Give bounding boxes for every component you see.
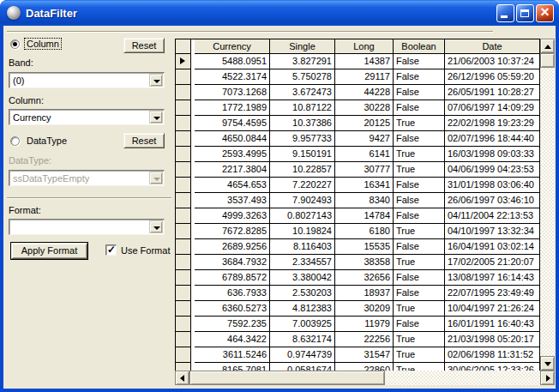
grid-cell[interactable]: 2689.9256 [195, 239, 270, 255]
grid-cell[interactable]: 10.37386 [270, 116, 335, 131]
column-header-long[interactable]: Long [335, 39, 394, 54]
grid-cell[interactable]: 8.116403 [270, 239, 335, 255]
grid-cell[interactable]: 4522.3174 [195, 69, 270, 85]
grid-cell[interactable]: 8340 [335, 193, 394, 208]
grid-cell[interactable]: 9754.4595 [195, 116, 270, 131]
grid-cell[interactable]: 3611.5246 [195, 347, 270, 363]
grid-cell[interactable]: False [394, 193, 445, 208]
grid-cell[interactable]: 21/06/2003 10:37:24 [445, 54, 540, 69]
row-selector[interactable] [175, 178, 191, 193]
grid-cell[interactable]: 10/04/1997 21:26:24 [445, 301, 540, 317]
datatype-radio[interactable]: DataType [10, 136, 69, 146]
scroll-up-button[interactable] [540, 39, 555, 53]
grid-cell[interactable]: 38358 [335, 255, 394, 270]
column-header-currency[interactable]: Currency [195, 39, 270, 54]
row-selector[interactable] [175, 255, 191, 270]
vertical-scrollbar[interactable] [540, 39, 555, 371]
grid-cell[interactable]: False [394, 286, 445, 301]
column-select[interactable]: Currency [9, 109, 165, 125]
datatype-reset-button[interactable]: Reset [123, 133, 165, 148]
row-selector[interactable] [175, 147, 191, 162]
grid-cell[interactable]: 4650.0844 [195, 131, 270, 147]
grid-cell[interactable]: 26/06/1997 03:46:10 [445, 193, 540, 208]
grid-cell[interactable]: 26/12/1996 05:59:20 [445, 69, 540, 85]
column-radio[interactable]: Column [10, 39, 61, 49]
chevron-down-icon[interactable] [149, 220, 163, 233]
grid-cell[interactable]: 0.0581674 [270, 363, 335, 371]
grid-cell[interactable]: 2217.3804 [195, 162, 270, 178]
row-selector[interactable] [175, 54, 191, 69]
grid-cell[interactable]: 7672.8285 [195, 224, 270, 239]
grid-cell[interactable]: 04/06/1999 04:23:53 [445, 162, 540, 178]
grid-cell[interactable]: 3.380042 [270, 270, 335, 286]
grid-cell[interactable]: 11979 [335, 317, 394, 332]
row-selector[interactable] [175, 224, 191, 239]
use-format-checkbox[interactable]: Use Format [105, 244, 170, 256]
titlebar[interactable]: DataFilter [0, 0, 559, 26]
row-selector[interactable] [175, 69, 191, 85]
grid-cell[interactable]: 15535 [335, 239, 394, 255]
grid-cell[interactable]: 04/10/1997 13:32:34 [445, 224, 540, 239]
grid-cell[interactable]: 04/11/2004 22:13:53 [445, 208, 540, 224]
row-selector[interactable] [175, 116, 191, 131]
grid-cell[interactable]: 5488.0951 [195, 54, 270, 69]
grid-cell[interactable]: 29117 [335, 69, 394, 85]
grid-cell[interactable]: 16/03/1998 09:03:33 [445, 147, 540, 162]
grid-cell[interactable]: 3684.7932 [195, 255, 270, 270]
grid-cell[interactable]: 2.530203 [270, 286, 335, 301]
grid-cell[interactable]: 14387 [335, 54, 394, 69]
grid-cell[interactable]: True [394, 301, 445, 317]
minimize-button[interactable] [496, 4, 514, 22]
grid-cell[interactable]: 22256 [335, 332, 394, 347]
grid-cell[interactable]: 4.812383 [270, 301, 335, 317]
row-selector[interactable] [175, 317, 191, 332]
horizontal-scroll-thumb[interactable] [189, 371, 385, 385]
grid-cell[interactable]: True [394, 332, 445, 347]
grid-cell[interactable]: 2593.4995 [195, 147, 270, 162]
grid-cell[interactable]: 32656 [335, 270, 394, 286]
grid-cell[interactable]: 8.632174 [270, 332, 335, 347]
row-selector[interactable] [175, 193, 191, 208]
grid-cell[interactable]: 22/07/1995 23:49:49 [445, 286, 540, 301]
grid-cell[interactable]: 9427 [335, 131, 394, 147]
grid-cell[interactable]: True [394, 255, 445, 270]
grid-cell[interactable]: 30/06/2005 12:33:26 [445, 363, 540, 371]
grid-cell[interactable]: 7.220227 [270, 178, 335, 193]
grid-cell[interactable]: 10.19824 [270, 224, 335, 239]
grid-cell[interactable]: 9.150191 [270, 147, 335, 162]
apply-format-button[interactable]: Apply Format [11, 243, 87, 259]
grid-cell[interactable]: 31/01/1998 03:06:40 [445, 178, 540, 193]
grid-cell[interactable]: False [394, 239, 445, 255]
grid-cell[interactable]: False [394, 100, 445, 116]
grid-cell[interactable]: False [394, 85, 445, 100]
row-selector[interactable] [175, 162, 191, 178]
grid-cell[interactable]: 16/04/1991 03:02:14 [445, 239, 540, 255]
row-selector[interactable] [175, 239, 191, 255]
grid-cell[interactable]: 16/01/1991 16:40:43 [445, 317, 540, 332]
grid-cell[interactable]: 5.750278 [270, 69, 335, 85]
grid-cell[interactable]: 4654.653 [195, 178, 270, 193]
grid-cell[interactable]: False [394, 270, 445, 286]
grid-cell[interactable]: 4999.3263 [195, 208, 270, 224]
grid-cell[interactable]: 636.7933 [195, 286, 270, 301]
grid-cell[interactable]: False [394, 178, 445, 193]
grid-cell[interactable]: 30228 [335, 100, 394, 116]
column-reset-button[interactable]: Reset [123, 38, 165, 53]
grid-cell[interactable]: False [394, 317, 445, 332]
grid-cell[interactable]: 9.957733 [270, 131, 335, 147]
row-selector[interactable] [175, 100, 191, 116]
grid-cell[interactable]: True [394, 224, 445, 239]
row-selector[interactable] [175, 270, 191, 286]
grid-cell[interactable]: 30209 [335, 301, 394, 317]
grid-cell[interactable]: False [394, 208, 445, 224]
horizontal-scrollbar[interactable] [175, 371, 555, 385]
grid-cell[interactable]: 3537.493 [195, 193, 270, 208]
scroll-left-button[interactable] [175, 371, 189, 385]
scroll-down-button[interactable] [540, 356, 555, 371]
grid-cell[interactable]: 3.827291 [270, 54, 335, 69]
grid-cell[interactable]: True [394, 116, 445, 131]
grid-cell[interactable]: 6789.8572 [195, 270, 270, 286]
grid-cell[interactable]: 30777 [335, 162, 394, 178]
row-selector[interactable] [175, 332, 191, 347]
grid-cell[interactable]: 26/05/1991 10:28:27 [445, 85, 540, 100]
